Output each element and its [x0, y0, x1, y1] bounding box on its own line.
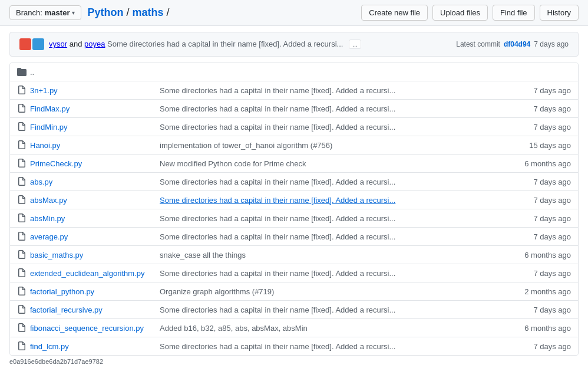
file-time-cell: 15 days ago [506, 141, 571, 150]
file-name-cell: absMax.py [30, 196, 160, 205]
file-commit-cell: implementation of tower_of_hanoi algorit… [160, 141, 506, 150]
file-link[interactable]: FindMax.py [30, 104, 70, 113]
upload-files-button[interactable]: Upload files [432, 5, 488, 21]
file-link[interactable]: fibonacci_sequence_recursion.py [30, 324, 144, 333]
author-vysor[interactable]: vysor [49, 40, 67, 48]
author-poyea[interactable]: poyea [84, 40, 105, 48]
table-row: factorial_python.py Organize graph algor… [10, 282, 578, 301]
file-link[interactable]: average.py [30, 232, 68, 241]
file-icon [17, 268, 27, 278]
file-name-cell: basic_maths.py [30, 251, 160, 259]
table-row: PrimeCheck.py New modified Python code f… [10, 155, 578, 173]
folder-icon [17, 67, 27, 77]
chevron-down-icon: ▾ [72, 9, 75, 16]
commit-time: 7 days ago [534, 40, 569, 48]
file-commit-cell: Some directories had a capital in their … [160, 123, 506, 132]
file-time-cell: 7 days ago [506, 214, 571, 223]
file-time-cell: 7 days ago [506, 123, 571, 132]
breadcrumb-sep2: / [167, 6, 170, 18]
table-row: FindMin.py Some directories had a capita… [10, 118, 578, 136]
file-link[interactable]: Hanoi.py [30, 141, 60, 150]
table-row: average.py Some directories had a capita… [10, 228, 578, 246]
table-row: fibonacci_sequence_recursion.py Added b1… [10, 319, 578, 337]
file-commit-cell: Some directories had a capital in their … [160, 342, 506, 351]
file-link[interactable]: factorial_recursive.py [30, 305, 103, 314]
file-name-cell: FindMin.py [30, 123, 160, 132]
file-commit-cell: Some directories had a capital in their … [160, 305, 506, 314]
commit-info-right: Latest commit df04d94 7 days ago [456, 40, 569, 48]
file-icon [17, 287, 27, 296]
file-link[interactable]: absMin.py [30, 214, 65, 223]
file-commit-cell: Some directories had a capital in their … [160, 104, 506, 113]
commit-row: vysor and poyea Some directories had a c… [9, 32, 579, 57]
branch-name: master [45, 8, 70, 17]
breadcrumb-sep1: / [126, 6, 132, 18]
avatar-poyea [32, 38, 44, 50]
file-link[interactable]: 3n+1.py [30, 86, 58, 95]
table-row: extended_euclidean_algorithm.py Some dir… [10, 264, 578, 282]
create-new-file-button[interactable]: Create new file [361, 5, 428, 21]
file-commit-cell: Some directories had a capital in their … [160, 196, 506, 205]
file-link[interactable]: absMax.py [30, 196, 67, 205]
breadcrumb-maths[interactable]: maths [132, 6, 163, 18]
file-commit-cell: Some directories had a capital in their … [160, 178, 506, 186]
file-time-cell: 7 days ago [506, 269, 571, 278]
file-time-cell: 7 days ago [506, 232, 571, 241]
table-row: find_lcm.py Some directories had a capit… [10, 337, 578, 355]
file-link[interactable]: factorial_python.py [30, 287, 94, 296]
file-time-cell: 7 days ago [506, 178, 571, 186]
file-time-cell: 7 days ago [506, 196, 571, 205]
branch-area: Branch: master ▾ Python / maths / [9, 5, 170, 20]
file-icon [17, 323, 27, 333]
file-icon [17, 195, 27, 205]
table-row: FindMax.py Some directories had a capita… [10, 100, 578, 118]
branch-dropdown[interactable]: Branch: master ▾ [9, 5, 81, 20]
file-icon [17, 232, 27, 241]
file-name-cell: factorial_recursive.py [30, 305, 160, 314]
file-icon [17, 213, 27, 223]
file-name-cell: average.py [30, 232, 160, 241]
file-link[interactable]: extended_euclidean_algorithm.py [30, 269, 144, 278]
find-file-button[interactable]: Find file [493, 5, 535, 21]
breadcrumb: Python / maths / [87, 6, 169, 19]
author-and: and [70, 40, 84, 48]
file-name-cell: PrimeCheck.py [30, 159, 160, 168]
file-name-cell: Hanoi.py [30, 141, 160, 150]
file-rows-container: 3n+1.py Some directories had a capital i… [10, 81, 578, 355]
commit-hash[interactable]: df04d94 [504, 40, 530, 48]
file-table: .. 3n+1.py Some directories had a capita… [9, 63, 579, 356]
file-name-cell: absMin.py [30, 214, 160, 223]
table-row: Hanoi.py implementation of tower_of_hano… [10, 136, 578, 155]
file-name-cell: factorial_python.py [30, 287, 160, 296]
parent-directory-row: .. [10, 63, 578, 81]
history-button[interactable]: History [540, 5, 579, 21]
file-link[interactable]: basic_maths.py [30, 251, 83, 259]
file-time-cell: 6 months ago [506, 159, 571, 168]
avatar-vysor [19, 38, 31, 50]
table-row: absMax.py Some directories had a capital… [10, 191, 578, 209]
table-row: basic_maths.py snake_case all the things… [10, 246, 578, 264]
file-link[interactable]: PrimeCheck.py [30, 159, 82, 168]
file-link[interactable]: abs.py [30, 178, 52, 186]
commit-ellipsis-button[interactable]: ... [349, 40, 361, 49]
file-commit-cell: Some directories had a capital in their … [160, 269, 506, 278]
parent-dir-label: .. [30, 68, 34, 77]
commit-message: Some directories had a capital in their … [107, 40, 343, 48]
breadcrumb-python[interactable]: Python [87, 6, 123, 18]
file-icon [17, 250, 27, 259]
file-commit-cell: Some directories had a capital in their … [160, 86, 506, 95]
file-link[interactable]: find_lcm.py [30, 342, 69, 351]
avatar-group [19, 38, 44, 50]
file-link[interactable]: FindMin.py [30, 123, 68, 132]
top-bar: Branch: master ▾ Python / maths / Create… [0, 0, 588, 26]
file-commit-cell: New modified Python code for Prime check [160, 159, 506, 168]
file-icon [17, 159, 27, 168]
action-buttons: Create new file Upload files Find file H… [361, 5, 579, 21]
bottom-hash: e0a916e6dbe6da2b71d7ae9782 [0, 356, 588, 367]
file-name-cell: extended_euclidean_algorithm.py [30, 269, 160, 278]
file-icon [17, 341, 27, 351]
file-time-cell: 6 months ago [506, 251, 571, 259]
commit-link[interactable]: Some directories had a capital in their … [160, 196, 395, 205]
file-commit-cell: Organize graph algorithms (#719) [160, 287, 506, 296]
file-icon [17, 140, 27, 150]
